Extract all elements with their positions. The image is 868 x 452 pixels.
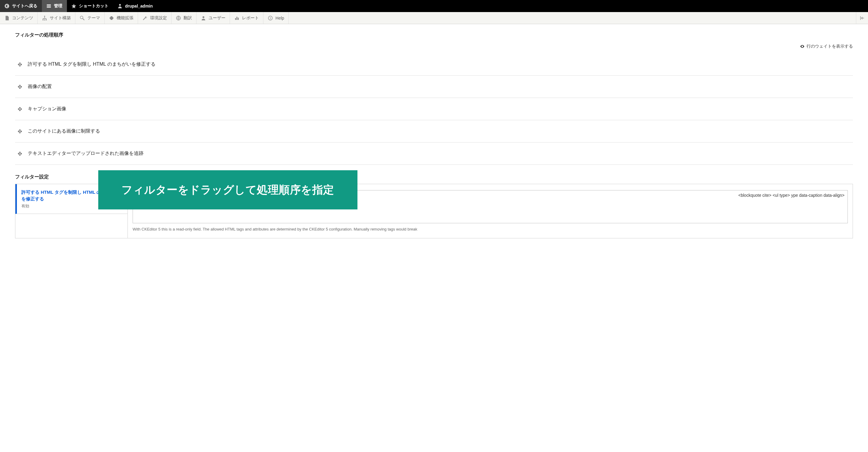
structure-icon — [42, 15, 47, 21]
help-text: With CKEditor 5 this is a read-only fiel… — [133, 227, 848, 232]
filter-order-heading: フィルターの処理順序 — [15, 32, 853, 38]
svg-text:?: ? — [270, 16, 271, 20]
collapse-toolbar[interactable] — [856, 12, 868, 24]
svg-point-11 — [203, 16, 204, 18]
menubar-label: レポート — [242, 15, 259, 21]
annotation-text: フィルターをドラッグして処理順序を指定 — [121, 183, 334, 197]
hamburger-icon — [46, 3, 52, 9]
svg-rect-7 — [44, 19, 45, 20]
menubar-label: Help — [276, 16, 284, 21]
menubar-users[interactable]: ユーザー — [196, 12, 230, 24]
svg-point-9 — [80, 16, 83, 19]
file-icon — [4, 15, 10, 21]
topbar-label: drupal_admin — [125, 4, 153, 8]
admin-menubar: コンテンツ サイト構築 テーマ 機能拡張 環境設定 翻訳 ユーザー レポート ?… — [0, 12, 868, 24]
svg-rect-1 — [47, 4, 51, 5]
svg-point-4 — [119, 4, 121, 6]
filter-label: 画像の配置 — [28, 84, 52, 90]
drag-handle-icon[interactable] — [18, 85, 22, 89]
star-icon — [71, 3, 76, 9]
globe-icon — [176, 15, 181, 21]
filter-row[interactable]: このサイトにある画像に制限する — [15, 120, 853, 142]
puzzle-icon — [109, 15, 114, 21]
drag-handle-icon[interactable] — [18, 129, 22, 134]
wrench-icon — [142, 15, 148, 21]
topbar-label: サイトへ戻る — [12, 3, 37, 9]
filter-label: このサイトにある画像に制限する — [28, 128, 100, 134]
drag-handle-icon[interactable] — [18, 151, 22, 156]
svg-rect-8 — [46, 19, 47, 20]
svg-rect-14 — [238, 18, 239, 20]
wand-icon — [80, 15, 85, 21]
svg-rect-5 — [44, 16, 45, 17]
menubar-label: サイト構築 — [50, 15, 71, 21]
help-icon: ? — [268, 15, 273, 21]
person-icon — [117, 3, 123, 9]
menubar-translate[interactable]: 翻訳 — [172, 12, 196, 24]
menubar-extend[interactable]: 機能拡張 — [104, 12, 138, 24]
menubar-help[interactable]: ? Help — [264, 12, 289, 24]
svg-rect-3 — [47, 7, 51, 7]
back-to-site[interactable]: サイトへ戻る — [0, 0, 42, 12]
menubar-content[interactable]: コンテンツ — [0, 12, 38, 24]
filter-order-list: 許可する HTML タグを制限し HTML のまちがいを修正する 画像の配置 キ… — [15, 53, 853, 165]
topbar-label: ショートカット — [79, 3, 108, 9]
menubar-reports[interactable]: レポート — [230, 12, 264, 24]
svg-rect-12 — [235, 18, 236, 20]
annotation-overlay: フィルターをドラッグして処理順序を指定 — [98, 170, 358, 209]
shortcuts[interactable]: ショートカット — [67, 0, 113, 12]
filter-row[interactable]: 画像の配置 — [15, 76, 853, 98]
filter-label: 許可する HTML タグを制限し HTML のまちがいを修正する — [28, 61, 156, 67]
drag-handle-icon[interactable] — [18, 107, 22, 111]
menubar-label: テーマ — [87, 15, 100, 21]
svg-rect-2 — [47, 6, 51, 6]
admin-topbar: サイトへ戻る 管理 ショートカット drupal_admin — [0, 0, 868, 12]
user-menu[interactable]: drupal_admin — [113, 0, 157, 12]
drag-handle-icon[interactable] — [18, 62, 22, 67]
menubar-config[interactable]: 環境設定 — [138, 12, 172, 24]
show-weights-label: 行のウェイトを表示する — [807, 44, 853, 49]
menubar-label: ユーザー — [209, 15, 225, 21]
menubar-structure[interactable]: サイト構築 — [38, 12, 75, 24]
menubar-label: 機能拡張 — [117, 15, 133, 21]
chevron-left-icon — [4, 3, 10, 9]
svg-rect-6 — [42, 19, 43, 20]
filter-row[interactable]: 許可する HTML タグを制限し HTML のまちがいを修正する — [15, 53, 853, 76]
menubar-label: 翻訳 — [184, 15, 192, 21]
menubar-label: 環境設定 — [150, 15, 167, 21]
filter-label: キャプション画像 — [28, 106, 66, 112]
user-icon — [201, 15, 206, 21]
svg-rect-13 — [237, 17, 238, 20]
admin-menu-toggle[interactable]: 管理 — [42, 0, 67, 12]
svg-rect-17 — [860, 16, 861, 20]
filter-row[interactable]: キャプション画像 — [15, 98, 853, 120]
spacer — [289, 12, 856, 24]
topbar-label: 管理 — [54, 3, 62, 9]
menubar-appearance[interactable]: テーマ — [75, 12, 104, 24]
filter-label: テキストエディターでアップロードされた画像を追跡 — [28, 150, 144, 157]
bar-chart-icon — [234, 15, 240, 21]
eye-icon — [800, 44, 805, 49]
show-weights-link[interactable]: 行のウェイトを表示する — [15, 44, 853, 49]
collapse-icon — [860, 15, 865, 21]
filter-row[interactable]: テキストエディターでアップロードされた画像を追跡 — [15, 142, 853, 165]
menubar-label: コンテンツ — [12, 15, 33, 21]
svg-point-0 — [5, 4, 9, 8]
